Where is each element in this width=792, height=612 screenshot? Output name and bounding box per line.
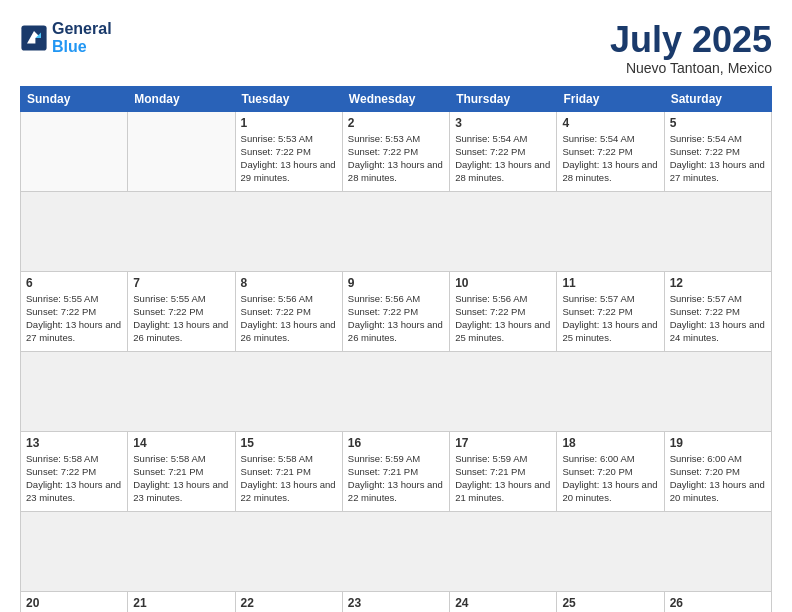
weekday-header-cell: Monday xyxy=(128,86,235,111)
day-info: Sunrise: 5:58 AM Sunset: 7:21 PM Dayligh… xyxy=(241,452,337,505)
calendar-body: 1Sunrise: 5:53 AM Sunset: 7:22 PM Daylig… xyxy=(21,111,772,612)
day-info: Sunrise: 5:56 AM Sunset: 7:22 PM Dayligh… xyxy=(455,292,551,345)
calendar-day-cell: 7Sunrise: 5:55 AM Sunset: 7:22 PM Daylig… xyxy=(128,271,235,351)
day-info: Sunrise: 5:54 AM Sunset: 7:22 PM Dayligh… xyxy=(670,132,766,185)
day-number: 11 xyxy=(562,276,658,290)
calendar-day-cell: 1Sunrise: 5:53 AM Sunset: 7:22 PM Daylig… xyxy=(235,111,342,191)
location-subtitle: Nuevo Tantoan, Mexico xyxy=(610,60,772,76)
logo: General Blue xyxy=(20,20,112,56)
calendar-day-cell: 8Sunrise: 5:56 AM Sunset: 7:22 PM Daylig… xyxy=(235,271,342,351)
calendar-day-cell: 18Sunrise: 6:00 AM Sunset: 7:20 PM Dayli… xyxy=(557,431,664,511)
week-spacer-row xyxy=(21,191,772,271)
day-number: 21 xyxy=(133,596,229,610)
calendar-day-cell: 6Sunrise: 5:55 AM Sunset: 7:22 PM Daylig… xyxy=(21,271,128,351)
calendar-day-cell: 24Sunrise: 6:02 AM Sunset: 7:18 PM Dayli… xyxy=(450,591,557,612)
day-number: 22 xyxy=(241,596,337,610)
weekday-header-cell: Thursday xyxy=(450,86,557,111)
day-number: 7 xyxy=(133,276,229,290)
day-number: 8 xyxy=(241,276,337,290)
month-year-title: July 2025 xyxy=(610,20,772,60)
title-area: July 2025 Nuevo Tantoan, Mexico xyxy=(610,20,772,76)
weekday-header-row: SundayMondayTuesdayWednesdayThursdayFrid… xyxy=(21,86,772,111)
day-info: Sunrise: 6:00 AM Sunset: 7:20 PM Dayligh… xyxy=(562,452,658,505)
calendar-day-cell: 5Sunrise: 5:54 AM Sunset: 7:22 PM Daylig… xyxy=(664,111,771,191)
day-info: Sunrise: 5:57 AM Sunset: 7:22 PM Dayligh… xyxy=(562,292,658,345)
day-number: 13 xyxy=(26,436,122,450)
day-number: 12 xyxy=(670,276,766,290)
day-number: 23 xyxy=(348,596,444,610)
day-info: Sunrise: 5:59 AM Sunset: 7:21 PM Dayligh… xyxy=(348,452,444,505)
logo-text: General Blue xyxy=(52,20,112,56)
week-spacer-row xyxy=(21,351,772,431)
weekday-header-cell: Wednesday xyxy=(342,86,449,111)
calendar-day-cell: 16Sunrise: 5:59 AM Sunset: 7:21 PM Dayli… xyxy=(342,431,449,511)
day-info: Sunrise: 5:57 AM Sunset: 7:22 PM Dayligh… xyxy=(670,292,766,345)
day-number: 14 xyxy=(133,436,229,450)
day-info: Sunrise: 5:56 AM Sunset: 7:22 PM Dayligh… xyxy=(348,292,444,345)
calendar-day-cell: 14Sunrise: 5:58 AM Sunset: 7:21 PM Dayli… xyxy=(128,431,235,511)
calendar-week-row: 20Sunrise: 6:00 AM Sunset: 7:20 PM Dayli… xyxy=(21,591,772,612)
day-info: Sunrise: 5:54 AM Sunset: 7:22 PM Dayligh… xyxy=(455,132,551,185)
day-number: 3 xyxy=(455,116,551,130)
calendar-day-cell: 25Sunrise: 6:03 AM Sunset: 7:18 PM Dayli… xyxy=(557,591,664,612)
day-info: Sunrise: 5:58 AM Sunset: 7:22 PM Dayligh… xyxy=(26,452,122,505)
day-info: Sunrise: 5:55 AM Sunset: 7:22 PM Dayligh… xyxy=(133,292,229,345)
week-spacer-row xyxy=(21,511,772,591)
calendar-day-cell: 11Sunrise: 5:57 AM Sunset: 7:22 PM Dayli… xyxy=(557,271,664,351)
day-info: Sunrise: 5:55 AM Sunset: 7:22 PM Dayligh… xyxy=(26,292,122,345)
calendar-day-cell: 22Sunrise: 6:01 AM Sunset: 7:19 PM Dayli… xyxy=(235,591,342,612)
calendar-day-cell: 13Sunrise: 5:58 AM Sunset: 7:22 PM Dayli… xyxy=(21,431,128,511)
day-number: 26 xyxy=(670,596,766,610)
calendar-week-row: 6Sunrise: 5:55 AM Sunset: 7:22 PM Daylig… xyxy=(21,271,772,351)
calendar-week-row: 1Sunrise: 5:53 AM Sunset: 7:22 PM Daylig… xyxy=(21,111,772,191)
calendar-day-cell xyxy=(21,111,128,191)
day-number: 9 xyxy=(348,276,444,290)
day-info: Sunrise: 5:53 AM Sunset: 7:22 PM Dayligh… xyxy=(348,132,444,185)
calendar-day-cell: 17Sunrise: 5:59 AM Sunset: 7:21 PM Dayli… xyxy=(450,431,557,511)
day-number: 10 xyxy=(455,276,551,290)
day-info: Sunrise: 5:59 AM Sunset: 7:21 PM Dayligh… xyxy=(455,452,551,505)
weekday-header-cell: Tuesday xyxy=(235,86,342,111)
weekday-header-cell: Sunday xyxy=(21,86,128,111)
day-number: 20 xyxy=(26,596,122,610)
calendar-day-cell: 21Sunrise: 6:01 AM Sunset: 7:20 PM Dayli… xyxy=(128,591,235,612)
day-info: Sunrise: 6:00 AM Sunset: 7:20 PM Dayligh… xyxy=(670,452,766,505)
weekday-header-cell: Saturday xyxy=(664,86,771,111)
calendar-day-cell: 4Sunrise: 5:54 AM Sunset: 7:22 PM Daylig… xyxy=(557,111,664,191)
day-number: 19 xyxy=(670,436,766,450)
page-header: General Blue July 2025 Nuevo Tantoan, Me… xyxy=(20,20,772,76)
day-number: 1 xyxy=(241,116,337,130)
day-number: 16 xyxy=(348,436,444,450)
calendar-day-cell xyxy=(128,111,235,191)
day-info: Sunrise: 5:53 AM Sunset: 7:22 PM Dayligh… xyxy=(241,132,337,185)
day-info: Sunrise: 5:58 AM Sunset: 7:21 PM Dayligh… xyxy=(133,452,229,505)
calendar-day-cell: 20Sunrise: 6:00 AM Sunset: 7:20 PM Dayli… xyxy=(21,591,128,612)
day-number: 5 xyxy=(670,116,766,130)
logo-icon xyxy=(20,24,48,52)
calendar-day-cell: 9Sunrise: 5:56 AM Sunset: 7:22 PM Daylig… xyxy=(342,271,449,351)
calendar-day-cell: 3Sunrise: 5:54 AM Sunset: 7:22 PM Daylig… xyxy=(450,111,557,191)
day-number: 2 xyxy=(348,116,444,130)
calendar-day-cell: 26Sunrise: 6:03 AM Sunset: 7:18 PM Dayli… xyxy=(664,591,771,612)
day-info: Sunrise: 5:54 AM Sunset: 7:22 PM Dayligh… xyxy=(562,132,658,185)
calendar-table: SundayMondayTuesdayWednesdayThursdayFrid… xyxy=(20,86,772,612)
day-number: 25 xyxy=(562,596,658,610)
day-number: 18 xyxy=(562,436,658,450)
calendar-day-cell: 15Sunrise: 5:58 AM Sunset: 7:21 PM Dayli… xyxy=(235,431,342,511)
day-number: 17 xyxy=(455,436,551,450)
calendar-day-cell: 10Sunrise: 5:56 AM Sunset: 7:22 PM Dayli… xyxy=(450,271,557,351)
day-number: 24 xyxy=(455,596,551,610)
weekday-header-cell: Friday xyxy=(557,86,664,111)
calendar-day-cell: 19Sunrise: 6:00 AM Sunset: 7:20 PM Dayli… xyxy=(664,431,771,511)
calendar-day-cell: 23Sunrise: 6:02 AM Sunset: 7:19 PM Dayli… xyxy=(342,591,449,612)
calendar-week-row: 13Sunrise: 5:58 AM Sunset: 7:22 PM Dayli… xyxy=(21,431,772,511)
calendar-day-cell: 2Sunrise: 5:53 AM Sunset: 7:22 PM Daylig… xyxy=(342,111,449,191)
day-number: 6 xyxy=(26,276,122,290)
day-info: Sunrise: 5:56 AM Sunset: 7:22 PM Dayligh… xyxy=(241,292,337,345)
day-number: 15 xyxy=(241,436,337,450)
calendar-day-cell: 12Sunrise: 5:57 AM Sunset: 7:22 PM Dayli… xyxy=(664,271,771,351)
day-number: 4 xyxy=(562,116,658,130)
